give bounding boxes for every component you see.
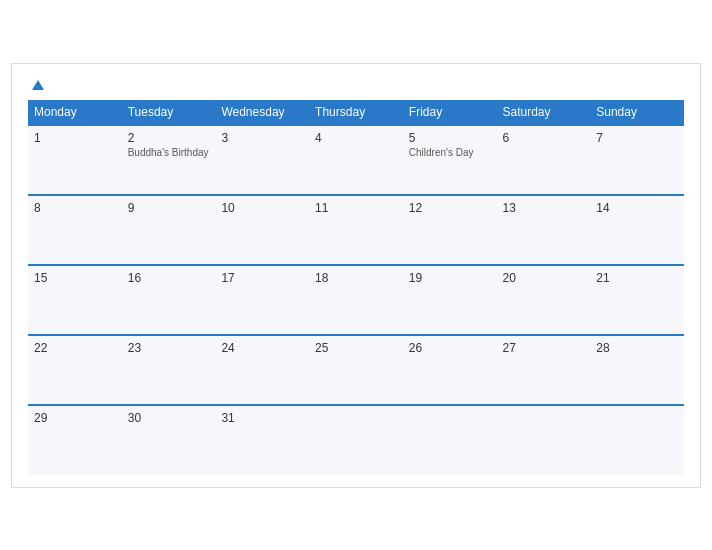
day-number: 27 bbox=[503, 341, 585, 355]
calendar-cell bbox=[309, 405, 403, 475]
day-number: 22 bbox=[34, 341, 116, 355]
day-number: 7 bbox=[596, 131, 678, 145]
calendar-week-row: 891011121314 bbox=[28, 195, 684, 265]
day-number: 31 bbox=[221, 411, 303, 425]
calendar-cell: 12 bbox=[403, 195, 497, 265]
calendar-cell: 11 bbox=[309, 195, 403, 265]
day-number: 21 bbox=[596, 271, 678, 285]
calendar-header: MondayTuesdayWednesdayThursdayFridaySatu… bbox=[28, 100, 684, 125]
calendar-cell: 17 bbox=[215, 265, 309, 335]
day-number: 2 bbox=[128, 131, 210, 145]
calendar-cell: 26 bbox=[403, 335, 497, 405]
calendar-cell: 9 bbox=[122, 195, 216, 265]
day-number: 24 bbox=[221, 341, 303, 355]
calendar-cell: 13 bbox=[497, 195, 591, 265]
day-number: 5 bbox=[409, 131, 491, 145]
day-number: 25 bbox=[315, 341, 397, 355]
day-number: 8 bbox=[34, 201, 116, 215]
day-number: 29 bbox=[34, 411, 116, 425]
calendar-cell: 8 bbox=[28, 195, 122, 265]
calendar-week-row: 12Buddha's Birthday345Children's Day67 bbox=[28, 125, 684, 195]
day-number: 9 bbox=[128, 201, 210, 215]
day-number: 14 bbox=[596, 201, 678, 215]
calendar-cell: 31 bbox=[215, 405, 309, 475]
calendar-cell: 24 bbox=[215, 335, 309, 405]
calendar-cell: 23 bbox=[122, 335, 216, 405]
calendar-cell: 6 bbox=[497, 125, 591, 195]
weekday-header-row: MondayTuesdayWednesdayThursdayFridaySatu… bbox=[28, 100, 684, 125]
day-number: 1 bbox=[34, 131, 116, 145]
calendar-cell: 28 bbox=[590, 335, 684, 405]
calendar-cell: 14 bbox=[590, 195, 684, 265]
day-number: 6 bbox=[503, 131, 585, 145]
weekday-header-thursday: Thursday bbox=[309, 100, 403, 125]
calendar-cell: 2Buddha's Birthday bbox=[122, 125, 216, 195]
weekday-header-saturday: Saturday bbox=[497, 100, 591, 125]
calendar-cell: 5Children's Day bbox=[403, 125, 497, 195]
day-number: 23 bbox=[128, 341, 210, 355]
day-number: 18 bbox=[315, 271, 397, 285]
calendar-cell: 25 bbox=[309, 335, 403, 405]
calendar-cell bbox=[590, 405, 684, 475]
day-number: 13 bbox=[503, 201, 585, 215]
day-number: 26 bbox=[409, 341, 491, 355]
weekday-header-sunday: Sunday bbox=[590, 100, 684, 125]
day-number: 10 bbox=[221, 201, 303, 215]
calendar-week-row: 293031 bbox=[28, 405, 684, 475]
calendar-cell: 3 bbox=[215, 125, 309, 195]
holiday-name: Children's Day bbox=[409, 147, 491, 158]
weekday-header-monday: Monday bbox=[28, 100, 122, 125]
logo bbox=[28, 80, 44, 90]
calendar-cell: 30 bbox=[122, 405, 216, 475]
calendar-container: MondayTuesdayWednesdayThursdayFridaySatu… bbox=[11, 63, 701, 488]
calendar-cell: 22 bbox=[28, 335, 122, 405]
day-number: 3 bbox=[221, 131, 303, 145]
calendar-body: 12Buddha's Birthday345Children's Day6789… bbox=[28, 125, 684, 475]
day-number: 12 bbox=[409, 201, 491, 215]
calendar-cell: 18 bbox=[309, 265, 403, 335]
calendar-cell: 21 bbox=[590, 265, 684, 335]
day-number: 19 bbox=[409, 271, 491, 285]
holiday-name: Buddha's Birthday bbox=[128, 147, 210, 158]
day-number: 28 bbox=[596, 341, 678, 355]
calendar-cell: 7 bbox=[590, 125, 684, 195]
calendar-cell: 16 bbox=[122, 265, 216, 335]
day-number: 30 bbox=[128, 411, 210, 425]
calendar-table: MondayTuesdayWednesdayThursdayFridaySatu… bbox=[28, 100, 684, 475]
calendar-cell bbox=[403, 405, 497, 475]
day-number: 16 bbox=[128, 271, 210, 285]
day-number: 15 bbox=[34, 271, 116, 285]
calendar-cell: 27 bbox=[497, 335, 591, 405]
calendar-cell: 29 bbox=[28, 405, 122, 475]
weekday-header-friday: Friday bbox=[403, 100, 497, 125]
calendar-cell: 15 bbox=[28, 265, 122, 335]
calendar-cell: 20 bbox=[497, 265, 591, 335]
calendar-cell: 10 bbox=[215, 195, 309, 265]
calendar-cell: 19 bbox=[403, 265, 497, 335]
calendar-cell bbox=[497, 405, 591, 475]
day-number: 11 bbox=[315, 201, 397, 215]
calendar-week-row: 22232425262728 bbox=[28, 335, 684, 405]
day-number: 20 bbox=[503, 271, 585, 285]
calendar-cell: 4 bbox=[309, 125, 403, 195]
day-number: 17 bbox=[221, 271, 303, 285]
logo-triangle-icon bbox=[32, 80, 44, 90]
calendar-cell: 1 bbox=[28, 125, 122, 195]
header bbox=[28, 80, 684, 90]
weekday-header-wednesday: Wednesday bbox=[215, 100, 309, 125]
logo-blue-text bbox=[28, 80, 44, 90]
calendar-week-row: 15161718192021 bbox=[28, 265, 684, 335]
weekday-header-tuesday: Tuesday bbox=[122, 100, 216, 125]
day-number: 4 bbox=[315, 131, 397, 145]
